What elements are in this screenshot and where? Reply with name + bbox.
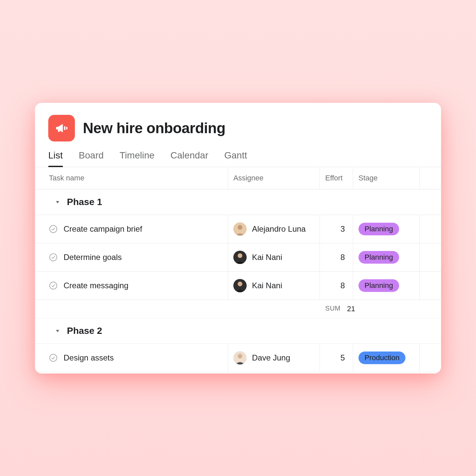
project-header: New hire onboarding xyxy=(35,103,441,147)
avatar xyxy=(233,279,247,292)
assignee-cell[interactable]: Alejandro Luna xyxy=(228,215,320,243)
megaphone-icon xyxy=(54,121,69,135)
project-icon-box[interactable] xyxy=(48,115,75,141)
tab-calendar[interactable]: Calendar xyxy=(170,150,208,167)
tab-gantt[interactable]: Gantt xyxy=(224,150,247,167)
svg-point-3 xyxy=(50,225,57,233)
effort-value: 8 xyxy=(341,253,345,262)
tab-timeline[interactable]: Timeline xyxy=(119,150,154,167)
svg-point-9 xyxy=(50,354,57,361)
stage-cell[interactable]: Planning xyxy=(353,215,420,243)
assignee-cell[interactable]: Kai Nani xyxy=(228,243,320,271)
column-effort[interactable]: Effort xyxy=(320,167,353,189)
svg-point-6 xyxy=(238,253,242,258)
stage-pill: Planning xyxy=(358,251,399,264)
avatar xyxy=(233,222,247,236)
cell-spacer xyxy=(420,215,441,243)
stage-cell[interactable]: Planning xyxy=(353,272,420,300)
assignee-name: Kai Nani xyxy=(252,253,282,262)
stage-pill: Production xyxy=(358,352,405,364)
stage-pill: Planning xyxy=(358,223,399,235)
svg-rect-2 xyxy=(58,129,60,131)
stage-pill: Planning xyxy=(358,279,399,292)
complete-check-icon[interactable] xyxy=(49,225,58,233)
task-name-cell[interactable]: Determine goals xyxy=(35,243,228,271)
effort-cell[interactable]: 8 xyxy=(320,272,353,300)
assignee-cell[interactable]: Kai Nani xyxy=(228,272,320,300)
column-task-name[interactable]: Task name xyxy=(35,167,228,189)
svg-point-7 xyxy=(50,282,57,289)
effort-cell[interactable]: 8 xyxy=(320,243,353,271)
column-assignee[interactable]: Assignee xyxy=(228,167,320,189)
section-toggle-icon[interactable] xyxy=(54,199,61,205)
cell-spacer xyxy=(420,243,441,271)
sum-value: 21 xyxy=(343,300,363,318)
complete-check-icon[interactable] xyxy=(49,281,58,290)
tab-board[interactable]: Board xyxy=(79,150,104,167)
project-card: New hire onboarding List Board Timeline … xyxy=(35,103,441,373)
stage-cell[interactable]: Planning xyxy=(353,243,420,271)
task-name: Determine goals xyxy=(64,253,122,262)
column-stage[interactable]: Stage xyxy=(353,167,420,189)
section-title: Phase 2 xyxy=(67,326,102,336)
assignee-cell[interactable]: Dave Jung xyxy=(228,344,320,372)
task-name: Create campaign brief xyxy=(64,224,142,234)
section-title: Phase 1 xyxy=(67,197,102,207)
cell-spacer xyxy=(420,272,441,300)
task-name-cell[interactable]: Create messaging xyxy=(35,272,228,300)
view-tabs: List Board Timeline Calendar Gantt xyxy=(35,147,441,167)
tab-list[interactable]: List xyxy=(48,150,63,167)
effort-value: 8 xyxy=(341,281,345,290)
section-toggle-icon[interactable] xyxy=(54,328,61,334)
complete-check-icon[interactable] xyxy=(49,354,58,362)
svg-point-4 xyxy=(238,225,242,230)
task-name-cell[interactable]: Design assets xyxy=(35,344,228,372)
effort-cell[interactable]: 3 xyxy=(320,215,353,243)
effort-value: 5 xyxy=(341,353,345,362)
complete-check-icon[interactable] xyxy=(49,253,58,262)
task-name: Create messaging xyxy=(64,281,128,290)
avatar xyxy=(233,351,247,364)
svg-rect-0 xyxy=(64,126,65,130)
task-name: Design assets xyxy=(64,353,114,362)
avatar xyxy=(233,251,247,264)
assignee-name: Dave Jung xyxy=(252,353,290,362)
column-spacer xyxy=(420,167,441,189)
assignee-name: Alejandro Luna xyxy=(252,224,306,234)
effort-cell[interactable]: 5 xyxy=(320,344,353,372)
stage-cell[interactable]: Production xyxy=(353,344,420,372)
svg-point-10 xyxy=(238,354,242,358)
project-title: New hire onboarding xyxy=(83,120,225,136)
svg-point-5 xyxy=(50,254,57,261)
effort-value: 3 xyxy=(341,224,345,234)
cell-spacer xyxy=(420,344,441,372)
task-name-cell[interactable]: Create campaign brief xyxy=(35,215,228,243)
svg-rect-1 xyxy=(66,127,68,129)
assignee-name: Kai Nani xyxy=(252,281,282,290)
section-header-phase1[interactable]: Phase 1 xyxy=(35,189,441,215)
task-row[interactable]: Create messaging Kai Nani 8 Planning xyxy=(35,272,441,300)
task-row[interactable]: Create campaign brief Alejandro Luna 3 P… xyxy=(35,215,441,243)
svg-point-8 xyxy=(238,282,242,286)
task-row[interactable]: Determine goals Kai Nani 8 Planning xyxy=(35,243,441,272)
sum-label: SUM xyxy=(320,300,343,318)
column-headers: Task name Assignee Effort Stage xyxy=(35,167,441,189)
section-sum-row: SUM 21 xyxy=(35,300,441,318)
task-row[interactable]: Design assets Dave Jung 5 Production xyxy=(35,344,441,372)
section-header-phase2[interactable]: Phase 2 xyxy=(35,318,441,344)
